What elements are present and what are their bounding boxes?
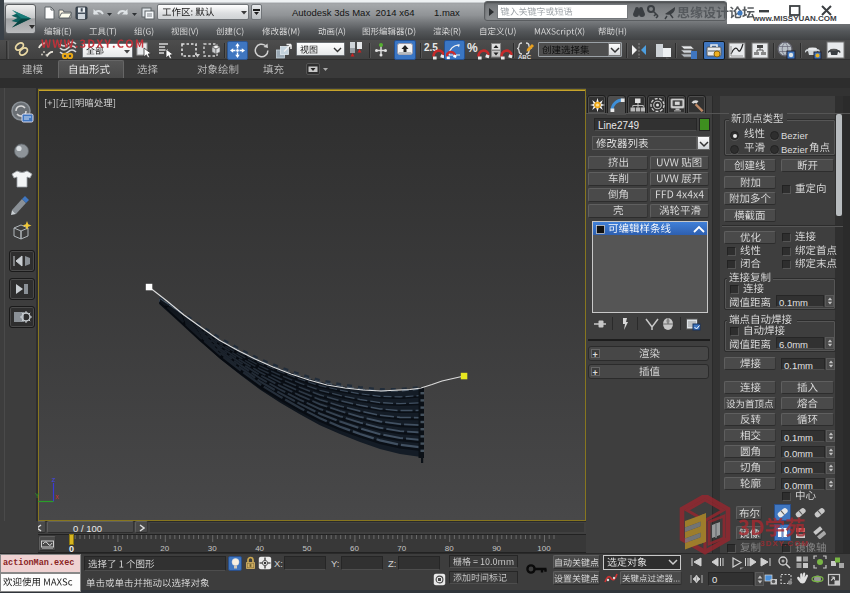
svg-text:60: 60 bbox=[350, 544, 359, 553]
svg-text:z: z bbox=[52, 476, 56, 484]
svg-text:70: 70 bbox=[397, 544, 406, 553]
svg-text:10: 10 bbox=[113, 544, 122, 553]
svg-text:50: 50 bbox=[303, 544, 312, 553]
svg-text:100: 100 bbox=[537, 544, 551, 553]
svg-text:80: 80 bbox=[445, 544, 454, 553]
svg-text:90: 90 bbox=[492, 544, 501, 553]
svg-text:40: 40 bbox=[255, 544, 264, 553]
svg-text:Y: Y bbox=[35, 492, 40, 500]
svg-text:x: x bbox=[55, 494, 59, 501]
svg-text:20: 20 bbox=[160, 544, 169, 553]
svg-text:30: 30 bbox=[208, 544, 217, 553]
